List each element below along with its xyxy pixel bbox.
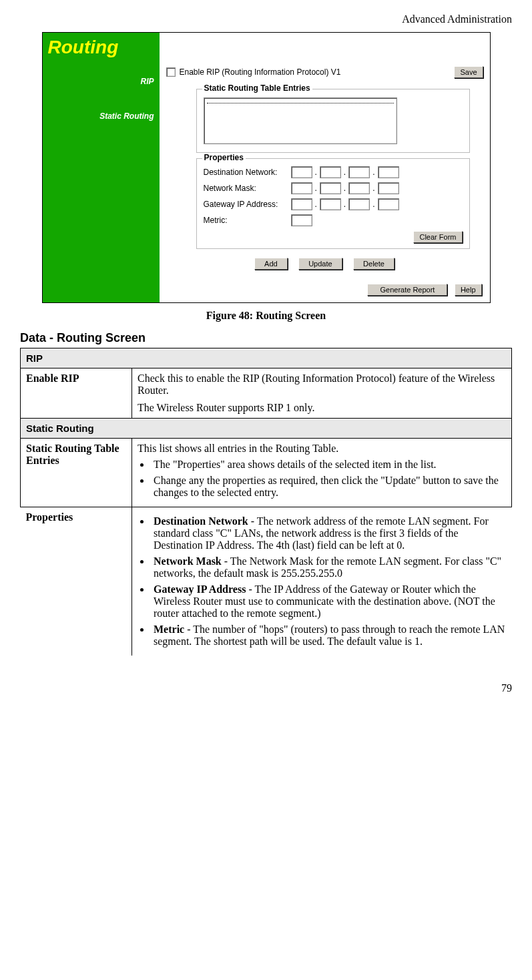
enable-rip-checkbox[interactable] [166,67,176,77]
gw-oct4[interactable] [378,198,399,210]
cell-enable-rip-desc: Check this to enable the RIP (Routing In… [132,369,512,419]
content-area: Enable RIP (Routing Information Protocol… [160,33,490,302]
routing-table-listbox[interactable] [204,97,397,144]
row-label-properties: Properties [21,507,132,656]
metric-label: Metric: [204,216,290,225]
prop-metric: Metric - The number of "hops" (routers) … [151,624,507,648]
row-label-static-entries: Static Routing Table Entries [21,439,132,507]
save-button[interactable]: Save [454,66,483,78]
enable-rip-p1: Check this to enable the RIP (Routing In… [138,373,506,397]
static-routing-legend: Static Routing Table Entries [202,83,312,93]
static-routing-fieldset: Static Routing Table Entries [196,89,470,153]
gateway-label: Gateway IP Address: [204,200,290,209]
dest-oct2[interactable] [320,166,341,178]
gw-oct1[interactable] [291,198,312,210]
gw-oct3[interactable] [348,198,370,210]
generate-report-button[interactable]: Generate Report [367,284,447,296]
prop-gateway: Gateway IP Address - The IP Address of t… [151,583,507,620]
data-table: RIP Enable RIP Check this to enable the … [20,348,512,656]
prop-dest: Destination Network - The network addres… [151,515,507,551]
clear-form-button[interactable]: Clear Form [413,231,462,243]
metric-field[interactable] [291,214,312,226]
properties-legend: Properties [202,153,246,162]
dest-oct4[interactable] [378,166,399,178]
row-label-enable-rip: Enable RIP [21,369,132,419]
group-header-rip: RIP [21,348,512,369]
action-buttons-row: Add Update Delete [160,253,490,274]
section-heading: Data - Routing Screen [20,331,512,345]
router-screenshot: Routing RIP Static Routing Enable RIP (R… [42,32,491,303]
static-entries-b2: Change any the properties as required, t… [151,475,506,499]
group-header-static: Static Routing [21,419,512,439]
mask-oct1[interactable] [291,182,312,194]
figure-container: Routing RIP Static Routing Enable RIP (R… [20,32,512,303]
static-entries-intro: This list shows all entries in the Routi… [138,443,506,455]
mask-oct2[interactable] [320,182,341,194]
sidebar: Routing RIP Static Routing [43,33,160,302]
delete-button[interactable]: Delete [353,258,394,270]
update-button[interactable]: Update [298,258,342,270]
enable-rip-label: Enable RIP (Routing Information Protocol… [180,67,448,77]
mask-oct4[interactable] [378,182,399,194]
help-button[interactable]: Help [455,284,482,296]
sidebar-label-static: Static Routing [43,109,160,124]
sidebar-title: Routing [43,33,160,62]
page-number: 79 [20,682,512,694]
footer-buttons-row: Generate Report Help [160,274,490,302]
enable-rip-p2: The Wireless Router supports RIP 1 only. [138,402,506,414]
add-button[interactable]: Add [254,258,288,270]
header-section: Advanced Administration [20,13,512,25]
rip-row: Enable RIP (Routing Information Protocol… [160,33,490,83]
static-entries-b1: The "Properties" area shows details of t… [151,459,506,471]
sidebar-label-rip: RIP [43,74,160,89]
dest-network-label: Destination Network: [204,168,290,177]
gw-oct2[interactable] [320,198,341,210]
cell-properties-desc: Destination Network - The network addres… [132,507,512,656]
cell-static-entries-desc: This list shows all entries in the Routi… [132,439,512,507]
dest-oct3[interactable] [348,166,370,178]
figure-caption: Figure 48: Routing Screen [20,310,512,322]
dest-oct1[interactable] [291,166,312,178]
network-mask-label: Network Mask: [204,184,290,193]
mask-oct3[interactable] [348,182,370,194]
properties-fieldset: Properties Destination Network: . . . Ne… [196,158,470,249]
prop-mask: Network Mask - The Network Mask for the … [151,555,507,579]
